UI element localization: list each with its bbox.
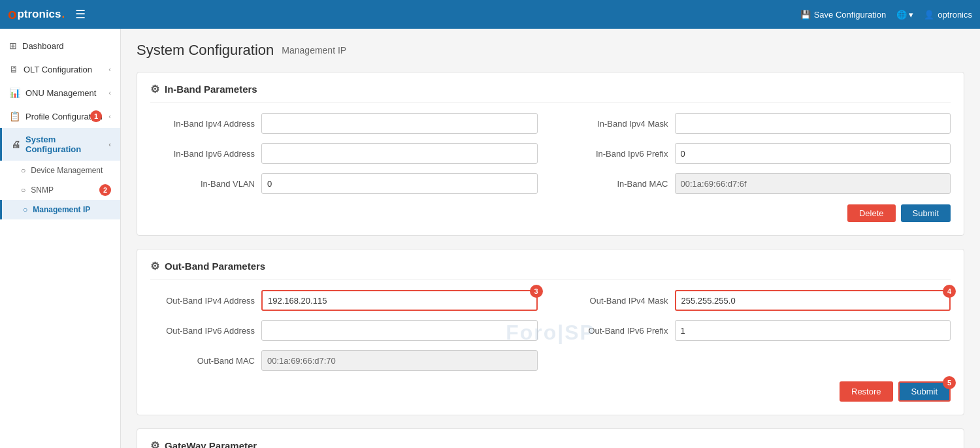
annotation-badge-4: 4 [943, 285, 956, 298]
annotation-badge-5: 5 [943, 376, 956, 389]
sidebar-sub-snmp[interactable]: ○ SNMP 2 [0, 180, 120, 200]
page-title: System Configuration [137, 42, 274, 59]
sidebar-label-system: System Configuration [25, 135, 108, 154]
navbar: o ptronics . ☰ 💾 Save Configuration 🌐 ▾ … [0, 0, 980, 29]
save-config-label: Save Configuration [814, 10, 887, 20]
sidebar: ⊞ Dashboard 🖥 OLT Configuration ‹ 📊 ONU … [0, 29, 121, 448]
inband-ipv4-mask-input[interactable] [675, 113, 951, 134]
navbar-right: 💾 Save Configuration 🌐 ▾ 👤 optronics [800, 10, 972, 20]
hamburger-icon: ☰ [75, 8, 86, 21]
gateway-section: ⚙ GateWay Parameter IPv4 GateWay 6 IPv6 … [137, 428, 964, 448]
inband-vlan-input[interactable] [261, 173, 538, 194]
sidebar-sub-management-ip[interactable]: ○ Management IP [0, 200, 120, 219]
inband-ipv4-addr-row: In-Band Ipv4 Address [150, 113, 538, 134]
inband-mac-label: In-Band MAC [564, 179, 668, 189]
outband-mac-input [261, 350, 538, 371]
inband-section: ⚙ In-Band Parameters In-Band Ipv4 Addres… [137, 72, 964, 236]
onu-arrow-icon: ‹ [108, 89, 111, 97]
outband-ipv6-prefix-label: Out-Band IPv6 Prefix [564, 326, 668, 336]
main-content: System Configuration Management IP ⚙ In-… [121, 29, 980, 448]
inband-ipv6-addr-label: In-Band Ipv6 Address [150, 149, 255, 159]
inband-action-row: Delete Submit [150, 204, 951, 222]
outband-ipv6-prefix-input[interactable] [675, 320, 951, 341]
onu-icon: 📊 [9, 88, 20, 98]
outband-section-title: Out-Band Parameters [165, 261, 265, 272]
inband-ipv4-addr-input[interactable] [261, 113, 538, 134]
inband-section-header: ⚙ In-Band Parameters [150, 83, 951, 103]
outband-restore-button[interactable]: Restore [840, 381, 893, 402]
outband-action-row: Restore Submit 5 [150, 381, 951, 402]
inband-section-icon: ⚙ [150, 83, 159, 95]
user-icon: 👤 [924, 10, 934, 20]
inband-ipv6-prefix-input[interactable] [675, 143, 951, 164]
outband-ipv6-prefix-row: Out-Band IPv6 Prefix [564, 320, 951, 341]
brand-logo: o ptronics . [8, 6, 65, 23]
outband-mac-row: Out-Band MAC [150, 350, 538, 371]
olt-icon: 🖥 [9, 64, 18, 74]
outband-ipv4-mask-label: Out-Band IPv4 Mask [564, 296, 668, 306]
inband-ipv6-addr-input[interactable] [261, 143, 538, 164]
inband-ipv6-addr-row: In-Band Ipv6 Address [150, 143, 538, 164]
sidebar-item-olt-config[interactable]: 🖥 OLT Configuration ‹ [0, 57, 120, 81]
outband-empty-row [564, 350, 951, 371]
sidebar-item-system-config[interactable]: 🖨 System Configuration ‹ [0, 128, 120, 161]
sidebar-sub-label-snmp: SNMP [31, 185, 54, 195]
outband-section-icon: ⚙ [150, 260, 159, 272]
sidebar-item-dashboard[interactable]: ⊞ Dashboard [0, 34, 120, 57]
floppy-icon: 💾 [800, 10, 811, 20]
gateway-section-title: GateWay Parameter [165, 440, 257, 448]
gateway-section-icon: ⚙ [150, 440, 159, 448]
inband-vlan-label: In-Band VLAN [150, 179, 255, 189]
outband-ipv6-addr-input[interactable] [261, 320, 538, 341]
profile-icon: 📋 [9, 111, 20, 121]
logo-o: o [8, 6, 16, 23]
annotation-badge-3: 3 [530, 285, 543, 298]
inband-ipv6-prefix-label: In-Band Ipv6 Prefix [564, 149, 668, 159]
logo-dot: . [62, 8, 65, 21]
inband-section-title: In-Band Parameters [165, 84, 257, 95]
language-button[interactable]: 🌐 ▾ [896, 10, 913, 20]
sidebar-label-olt: OLT Configuration [24, 65, 92, 74]
lang-arrow-icon: ▾ [909, 10, 913, 20]
sidebar-sub-label-mgmt-ip: Management IP [33, 205, 90, 214]
inband-submit-button[interactable]: Submit [901, 204, 951, 222]
system-icon: 🖨 [11, 139, 20, 150]
username-label: optronics [938, 10, 972, 20]
inband-ipv4-mask-label: In-Band Ipv4 Mask [564, 119, 668, 129]
inband-mac-input [675, 173, 951, 194]
outband-form-grid: Out-Band IPv4 Address 3 Out-Band IPv4 Ma… [150, 290, 951, 371]
outband-ipv4-addr-input[interactable] [261, 290, 538, 311]
globe-icon: 🌐 [896, 10, 907, 20]
outband-ipv4-addr-row: Out-Band IPv4 Address 3 [150, 290, 538, 311]
mgmt-ip-circle-icon: ○ [23, 205, 27, 214]
sidebar-item-profile-config[interactable]: 📋 Profile Configuration 1 ‹ [0, 104, 120, 128]
page-header: System Configuration Management IP [137, 42, 964, 59]
sidebar-sub-device-mgmt[interactable]: ○ Device Management [0, 161, 120, 180]
logo-rest: ptronics [17, 8, 61, 21]
outband-mac-label: Out-Band MAC [150, 356, 255, 366]
outband-ipv6-addr-label: Out-Band IPv6 Address [150, 326, 255, 336]
profile-arrow-icon: ‹ [108, 112, 111, 120]
inband-delete-button[interactable]: Delete [847, 204, 896, 222]
outband-ipv4-mask-row: Out-Band IPv4 Mask 4 [564, 290, 951, 311]
system-arrow-icon: ‹ [108, 140, 111, 148]
inband-vlan-row: In-Band VLAN [150, 173, 538, 194]
outband-section: Foro|SP ⚙ Out-Band Parameters Out-Band I… [137, 249, 964, 415]
sidebar-item-onu-mgmt[interactable]: 📊 ONU Management ‹ [0, 81, 120, 104]
profile-badge: 1 [90, 110, 102, 122]
outband-section-header: ⚙ Out-Band Parameters [150, 260, 951, 280]
inband-ipv4-addr-label: In-Band Ipv4 Address [150, 119, 255, 129]
menu-toggle-button[interactable]: ☰ [75, 7, 86, 22]
gateway-section-header: ⚙ GateWay Parameter [150, 440, 951, 448]
snmp-circle-icon: ○ [21, 185, 25, 195]
snmp-badge: 2 [99, 184, 111, 196]
olt-arrow-icon: ‹ [108, 65, 111, 73]
user-menu-button[interactable]: 👤 optronics [924, 10, 972, 20]
save-config-button[interactable]: 💾 Save Configuration [800, 10, 887, 20]
inband-mac-row: In-Band MAC [564, 173, 951, 194]
inband-form-grid: In-Band Ipv4 Address In-Band Ipv4 Mask I… [150, 113, 951, 194]
outband-ipv4-addr-label: Out-Band IPv4 Address [150, 296, 255, 306]
layout: ⊞ Dashboard 🖥 OLT Configuration ‹ 📊 ONU … [0, 29, 980, 448]
outband-ipv4-mask-input[interactable] [675, 290, 951, 311]
sidebar-label-dashboard: Dashboard [22, 41, 64, 51]
